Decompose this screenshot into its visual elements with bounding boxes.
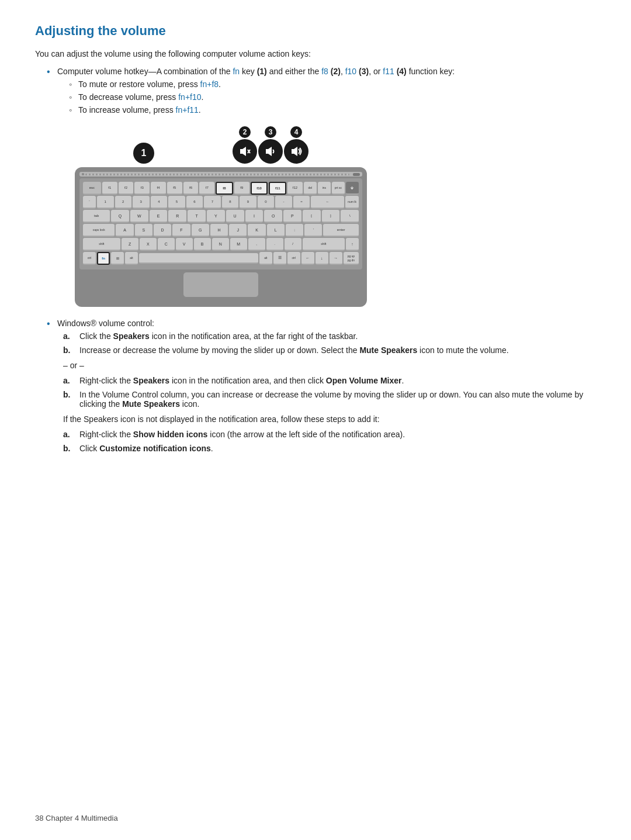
open-vol-mixer-bold: Open Volume Mixer [326, 376, 402, 385]
key-right: → [330, 252, 342, 265]
key-esc: esc [83, 182, 101, 195]
show-hidden-bold: Show hidden icons [133, 430, 208, 439]
main-list: Computer volume hotkey—A combination of … [47, 67, 596, 453]
bullet2-main: Windows® volume control: [57, 319, 154, 328]
qwerty-row: tab Q W E R T Y U I O P [ ] \ [83, 210, 359, 223]
key-up: ↑ [346, 238, 359, 251]
key-backslash: \ [341, 210, 359, 223]
step-a2-label: a. [63, 376, 75, 385]
key-t: T [188, 210, 206, 223]
key-f8-highlighted: f8 [216, 182, 233, 195]
key-f3: f3 [134, 182, 150, 195]
sub-list-1: To mute or restore volume, press fn+f8. … [69, 79, 596, 115]
key-comma: , [248, 238, 265, 251]
step-b2: b. In the Volume Control column, you can… [57, 390, 596, 409]
key-ctrl-l: ctrl [83, 252, 96, 265]
key-rshift: shift [303, 238, 345, 251]
step-d-text: Click Customize notification icons. [79, 444, 213, 453]
key-k: K [248, 224, 265, 237]
step-b1: b. Increase or decrease the volume by mo… [57, 345, 596, 355]
touchpad [183, 272, 259, 298]
badge-1-label: 1 [141, 148, 147, 158]
key-6: 6 [186, 196, 203, 209]
f11-link: f11 [383, 67, 394, 76]
key-win: ⊞ [111, 252, 124, 265]
key-5: 5 [168, 196, 185, 209]
key-alt-r: alt [259, 252, 272, 265]
speakers-note: If the Speakers icon is not displayed in… [63, 414, 596, 424]
key-ctrl-r: ctrl [287, 252, 300, 265]
key-backtick: ` [83, 196, 96, 209]
key-9: 9 [240, 196, 256, 209]
step-b2-text: In the Volume Control column, you can in… [79, 390, 596, 409]
windows-vol-list-1: a. Click the Speakers icon in the notifi… [57, 331, 596, 355]
step-c-label: a. [63, 430, 75, 439]
key-e: E [150, 210, 168, 223]
key-del: del [304, 182, 317, 195]
fn-key-row: esc f1 f2 f3 f4 f5 f6 f7 f8 f9 f10 [83, 182, 359, 195]
key-slash: / [285, 238, 301, 251]
key-f7: f7 [199, 182, 214, 195]
step-a2: a. Right-click the Speakers icon in the … [57, 376, 596, 385]
key-bracket-l: [ [303, 210, 321, 223]
key-p: P [283, 210, 301, 223]
bottom-row: ctrl fn ⊞ alt alt ☰ ctrl ← ↓ → [83, 252, 359, 265]
key-d: D [154, 224, 171, 237]
mute-speaker-svg [238, 145, 251, 158]
key-1: 1 [97, 196, 114, 209]
touchpad-area [79, 272, 362, 298]
step-a1-label: a. [63, 331, 75, 341]
key-left: ← [301, 252, 314, 265]
f10-link: f10 [345, 67, 356, 76]
key-f2: f2 [119, 182, 134, 195]
key-r: R [168, 210, 186, 223]
key-0: 0 [258, 196, 275, 209]
sub-item-3: To increase volume, press fn+f11. [69, 105, 596, 115]
badge-3: 3 [265, 126, 276, 138]
key-pgup-cluster: pg up pg dn [344, 252, 359, 265]
key-c: C [158, 238, 175, 251]
strip-pattern [85, 174, 349, 175]
asdf-row: caps lock A S D F G H J K L ; ' enter [83, 224, 359, 237]
keyboard-body: esc f1 f2 f3 f4 f5 f6 f7 f8 f9 f10 [79, 178, 362, 269]
key-ins: ins [318, 182, 331, 195]
fn-f11-link: fn+f11 [176, 105, 199, 115]
key-bracket-r: ] [322, 210, 340, 223]
step-b1-label: b. [63, 345, 75, 355]
step-b2-label: b. [63, 390, 75, 409]
vol-down-icon [258, 139, 283, 164]
key-y: Y [207, 210, 225, 223]
key-minus: - [275, 196, 292, 209]
strip-dot [82, 173, 84, 175]
badge-1-circle: 1 [133, 143, 154, 164]
windows-vol-list-2: a. Right-click the Speakers icon in the … [57, 376, 596, 409]
vol-down-svg [264, 145, 277, 158]
key-f: F [172, 224, 190, 237]
key-f6: f6 [183, 182, 199, 195]
key-v: V [176, 238, 193, 251]
key-semicolon: ; [286, 224, 303, 237]
key-4: 4 [151, 196, 168, 209]
vol-icon-4-group: 4 [284, 126, 308, 164]
key-f9: f9 [234, 182, 249, 195]
strip-end [353, 173, 360, 176]
step-a1: a. Click the Speakers icon in the notifi… [57, 331, 596, 341]
vol-up-icon [284, 139, 308, 164]
step-a1-text: Click the Speakers icon in the notificat… [79, 331, 358, 341]
or-separator: – or – [63, 361, 596, 370]
key-quote: ' [304, 224, 322, 237]
vol-up-svg [290, 145, 303, 158]
speakers-bold-1: Speakers [113, 331, 150, 341]
badge-2: 2 [239, 126, 251, 138]
sub-item-1: To mute or restore volume, press fn+f8. [69, 79, 596, 89]
keyboard-top-strip [79, 172, 362, 177]
key-g: G [192, 224, 209, 237]
key-f12: f12 [287, 182, 303, 195]
step-a2-text: Right-click the Speakers icon in the not… [79, 376, 404, 385]
key-2: 2 [115, 196, 132, 209]
step-b1-text: Increase or decrease the volume by movin… [79, 345, 509, 355]
fn-link: fn [233, 67, 240, 76]
mute-speakers-bold-1: Mute Speakers [359, 345, 417, 355]
speakers-bold-2: Speakers [133, 376, 169, 385]
key-numlock: num lk [345, 196, 359, 209]
